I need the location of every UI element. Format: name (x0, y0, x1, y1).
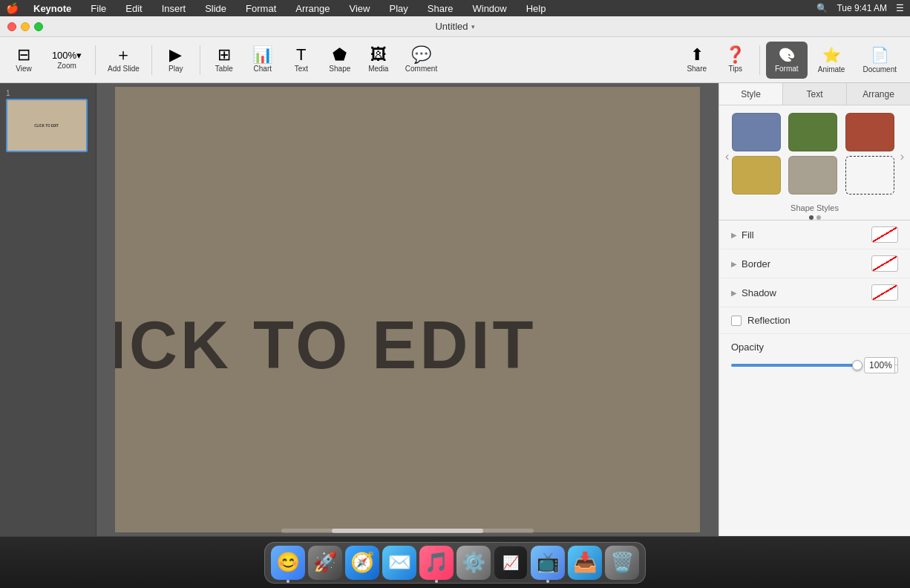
menu-help[interactable]: Help (522, 2, 551, 15)
format-btn-label: Format (775, 65, 799, 73)
zoom-label: Zoom (57, 62, 76, 70)
style-swatch-red[interactable] (845, 113, 894, 151)
style-swatch-blue[interactable] (732, 113, 781, 151)
shape-button[interactable]: ⬟ Shape (322, 40, 358, 80)
view-button[interactable]: ⊟ View (6, 40, 42, 80)
add-slide-button[interactable]: ＋ Add Slide (102, 40, 145, 80)
shape-icon: ⬟ (333, 47, 347, 63)
menu-edit[interactable]: Edit (121, 2, 146, 15)
toolbar: ⊟ View 100%▾ Zoom ＋ Add Slide ▶ Play ⊞ T… (0, 37, 910, 83)
add-slide-label: Add Slide (108, 65, 140, 73)
close-button[interactable] (7, 22, 16, 31)
document-icon: 📄 (871, 46, 889, 64)
style-swatches-grid (732, 113, 897, 195)
menu-insert[interactable]: Insert (157, 2, 191, 15)
opacity-value[interactable]: 100% (865, 360, 894, 370)
style-swatch-gray[interactable] (788, 156, 837, 195)
slide-thumbnail[interactable]: CLICK TO EDIT (6, 99, 88, 152)
minimize-button[interactable] (21, 22, 30, 31)
dock-mail[interactable]: ✉️ (382, 546, 416, 580)
text-button[interactable]: T Text (284, 40, 319, 80)
right-panel: Style Text Arrange ‹ › Shape Styles (718, 83, 910, 536)
tips-button[interactable]: ❓ Tips (718, 40, 753, 80)
document-panel-button[interactable]: 📄 Document (855, 42, 904, 79)
border-label: Border (742, 258, 871, 270)
media-label: Media (368, 65, 388, 73)
safari-icon: 🧭 (350, 551, 374, 574)
opacity-slider-fill (731, 364, 858, 367)
slide-edit-text[interactable]: ICK TO EDIT (115, 307, 536, 384)
shadow-row[interactable]: ▶ Shadow (719, 278, 910, 307)
dock-system-prefs[interactable]: ⚙️ (456, 546, 491, 580)
chart-button[interactable]: 📊 Chart (245, 40, 281, 80)
menu-window[interactable]: Window (468, 2, 511, 15)
table-button[interactable]: ⊞ Table (206, 40, 242, 80)
dock-finder[interactable]: 😊 (271, 546, 305, 580)
menu-list-icon[interactable]: ☰ (896, 3, 904, 13)
menu-format[interactable]: Format (241, 2, 281, 15)
style-swatch-yellow[interactable] (732, 156, 781, 195)
dock-safari[interactable]: 🧭 (345, 546, 379, 580)
style-swatch-green[interactable] (788, 113, 837, 151)
style-tabs: Style Text Arrange (719, 83, 910, 105)
shadow-color-preview[interactable] (871, 284, 898, 301)
animate-icon: ⭐ (822, 46, 841, 64)
canvas-area[interactable]: ICK TO EDIT (96, 83, 718, 536)
opacity-increment[interactable]: ▲ (895, 357, 898, 365)
menu-share[interactable]: Share (423, 2, 458, 15)
maximize-button[interactable] (34, 22, 43, 31)
fill-color-slash (872, 227, 897, 242)
apple-menu[interactable]: 🍎 (6, 2, 19, 14)
play-button[interactable]: ▶ Play (158, 40, 194, 80)
keynote-dock-icon: 📺 (536, 551, 560, 574)
dock-launchpad[interactable]: 🚀 (308, 546, 342, 580)
menu-play[interactable]: Play (384, 2, 412, 15)
tab-arrange[interactable]: Arrange (847, 83, 910, 105)
scrollbar-thumb (332, 529, 483, 533)
tab-text[interactable]: Text (783, 83, 847, 105)
system-prefs-icon: ⚙️ (462, 551, 485, 574)
slide-thumb-image: CLICK TO EDIT (7, 100, 86, 151)
comment-button[interactable]: 💬 Comment (399, 40, 443, 80)
shape-styles-label: Shape Styles (719, 203, 910, 212)
separator2 (151, 45, 152, 75)
slide-canvas[interactable]: ICK TO EDIT (115, 87, 700, 532)
title-bar: Untitled ▾ (0, 16, 910, 37)
dock-trash[interactable]: 🗑️ (605, 546, 639, 580)
border-row[interactable]: ▶ Border (719, 249, 910, 278)
menu-keynote[interactable]: Keynote (29, 2, 76, 15)
animate-panel-button[interactable]: ⭐ Animate (811, 42, 853, 79)
fill-row[interactable]: ▶ Fill (719, 220, 910, 249)
menu-file[interactable]: File (86, 2, 111, 15)
view-label: View (16, 65, 32, 73)
reflection-checkbox[interactable] (731, 316, 742, 326)
opacity-decrement[interactable]: ▼ (895, 365, 898, 373)
opacity-slider[interactable] (731, 364, 858, 367)
horizontal-scrollbar[interactable] (281, 529, 534, 533)
style-next-arrow[interactable]: › (897, 150, 907, 163)
menu-slide[interactable]: Slide (200, 2, 231, 15)
reflection-label: Reflection (747, 315, 790, 326)
format-panel-format-button[interactable]: 🎨 Format (766, 42, 808, 79)
menu-view[interactable]: View (345, 2, 375, 15)
dock-downloads[interactable]: 📥 (568, 546, 602, 580)
dock-music[interactable]: 🎵 (419, 546, 454, 580)
fill-color-preview[interactable] (871, 226, 898, 243)
opacity-slider-thumb[interactable] (852, 360, 862, 370)
menu-search-icon[interactable]: 🔍 (816, 3, 828, 13)
tab-style[interactable]: Style (719, 83, 783, 105)
menu-arrange[interactable]: Arrange (291, 2, 334, 15)
opacity-section: Opacity 100% ▲ ▼ (719, 334, 910, 381)
media-icon: 🖼 (370, 47, 387, 63)
border-color-preview[interactable] (871, 255, 898, 272)
dock-diagnostics[interactable]: 📈 (494, 546, 528, 580)
shape-label: Shape (329, 65, 350, 73)
media-button[interactable]: 🖼 Media (361, 40, 396, 80)
style-prev-arrow[interactable]: ‹ (722, 150, 732, 163)
window-title[interactable]: Untitled ▾ (435, 21, 474, 32)
opacity-value-box: 100% ▲ ▼ (864, 357, 898, 373)
share-button[interactable]: ⬆ Share (679, 40, 715, 80)
style-swatch-outlined[interactable] (845, 156, 894, 195)
dock-keynote[interactable]: 📺 (531, 546, 565, 580)
zoom-button[interactable]: 100%▾ Zoom (45, 40, 89, 80)
